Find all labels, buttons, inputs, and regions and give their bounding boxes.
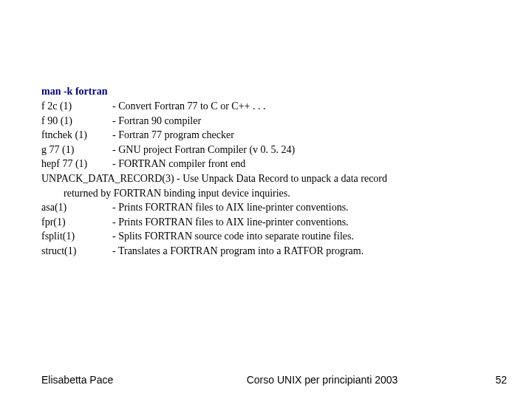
footer-page-number: 52 [463, 374, 507, 386]
entry-name: fpr(1) [41, 215, 112, 230]
wrapped-line-2: returned by FORTRAN binding input device… [41, 186, 491, 201]
entry-desc: - Prints FORTRAN files to AIX line-print… [112, 215, 491, 230]
entry-desc: - Translates a FORTRAN program into a RA… [112, 244, 491, 259]
entry-desc: - GNU project Fortran Compiler (v 0. 5. … [112, 143, 491, 157]
man-row: f 2c (1) - Convert Fortran 77 to C or C+… [41, 99, 491, 114]
man-row: struct(1) - Translates a FORTRAN program… [41, 244, 491, 259]
man-row: f 90 (1) - Fortran 90 compiler [41, 114, 491, 129]
entry-name: f 90 (1) [41, 114, 112, 129]
footer-author: Elisabetta Pace [41, 374, 182, 386]
entry-desc: - Convert Fortran 77 to C or C++ . . . [112, 99, 491, 114]
entry-name: fsplit(1) [41, 229, 112, 244]
man-row: g 77 (1) - GNU project Fortran Compiler … [41, 143, 491, 157]
entry-desc: - Fortran 77 program checker [112, 128, 491, 143]
man-row: fpr(1) - Prints FORTRAN files to AIX lin… [41, 215, 491, 230]
slide-content: man -k fortran f 2c (1) - Convert Fortra… [41, 86, 491, 259]
entry-name: asa(1) [41, 200, 112, 215]
command-heading: man -k fortran [41, 86, 491, 98]
entry-name: g 77 (1) [41, 143, 112, 157]
man-row: fsplit(1) - Splits FORTRAN source code i… [41, 229, 491, 244]
entry-desc: - Fortran 90 compiler [112, 114, 491, 129]
entry-name: f 2c (1) [41, 99, 112, 114]
entry-name: struct(1) [41, 244, 112, 259]
footer-course: Corso UNIX per principianti 2003 [182, 374, 463, 386]
entry-desc: - Prints FORTRAN files to AIX line-print… [112, 200, 491, 215]
man-row: hepf 77 (1) - FORTRAN compiler front end [41, 157, 491, 171]
entry-name: hepf 77 (1) [41, 157, 112, 171]
man-row: asa(1) - Prints FORTRAN files to AIX lin… [41, 200, 491, 215]
entry-desc: - Splits FORTRAN source code into separa… [112, 229, 491, 244]
wrapped-line-1: UNPACK_DATA_RECORD(3) - Use Unpack Data … [41, 171, 491, 186]
man-row: ftnchek (1) - Fortran 77 program checker [41, 128, 491, 143]
slide-footer: Elisabetta Pace Corso UNIX per principia… [41, 374, 507, 386]
entry-name: ftnchek (1) [41, 128, 112, 143]
entry-desc: - FORTRAN compiler front end [112, 157, 491, 171]
